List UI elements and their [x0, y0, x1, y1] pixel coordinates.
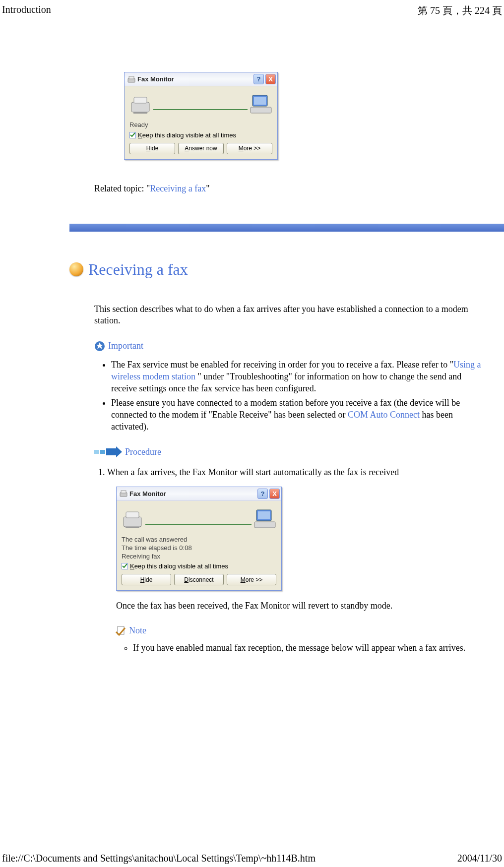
svg-rect-19 — [254, 522, 275, 528]
connection-line-icon — [153, 109, 248, 110]
dialog-titlebar: Fax Monitor ? X — [125, 72, 277, 86]
computer-icon — [253, 508, 276, 532]
procedure-label: Procedure — [125, 447, 161, 457]
connection-line-icon — [145, 524, 252, 525]
svg-rect-10 — [94, 450, 99, 454]
fax-monitor-dialog-2: Fax Monitor ? X The call was answered Th… — [116, 487, 282, 591]
fax-machine-icon — [122, 507, 145, 532]
svg-rect-16 — [126, 527, 139, 528]
bullet-item-2: Please ensure you have connected to a mo… — [111, 397, 484, 433]
help-button[interactable]: ? — [253, 74, 264, 84]
status-line-1: The call was answered — [122, 536, 276, 544]
note-label: Note — [129, 625, 146, 636]
svg-rect-14 — [124, 517, 141, 527]
dialog-titlebar: Fax Monitor ? X — [117, 487, 281, 501]
more-button[interactable]: More >> — [227, 143, 272, 154]
footer-path: file://C:\Documents and Settings\anitach… — [2, 853, 315, 864]
hide-button[interactable]: Hide — [129, 143, 175, 154]
related-prefix: Related topic: " — [94, 184, 150, 193]
checkbox-label: Keep this dialog visible at all times — [138, 131, 236, 139]
bullet-item-1: The Fax service must be enabled for rece… — [111, 359, 484, 395]
svg-rect-7 — [251, 107, 271, 113]
page-footer: file://C:\Documents and Settings\anitach… — [2, 853, 502, 864]
answer-now-button[interactable]: Answer now — [178, 143, 224, 154]
com-auto-connect-link[interactable]: COM Auto Connect — [348, 410, 420, 420]
hide-button[interactable]: Hide — [122, 574, 171, 585]
disconnect-button[interactable]: Disconnect — [174, 574, 224, 585]
svg-rect-2 — [131, 102, 149, 112]
svg-rect-13 — [121, 491, 126, 493]
close-button[interactable]: X — [265, 74, 276, 84]
content-column: Fax Monitor ? X Ready Keep this d — [94, 72, 484, 654]
footer-date: 2004/11/30 — [457, 853, 502, 864]
procedure-icon — [94, 446, 122, 457]
section-intro: This section describes what to do when a… — [94, 304, 484, 327]
note-item-1: If you have enabled manual fax reception… — [133, 642, 484, 654]
svg-rect-15 — [126, 512, 139, 518]
checkbox-label: Keep this dialog visible at all times — [130, 562, 228, 570]
dialog-title: Fax Monitor — [137, 75, 253, 83]
note-icon — [115, 625, 126, 636]
fax-app-icon — [127, 75, 135, 83]
related-link[interactable]: Receiving a fax — [150, 184, 206, 193]
header-pagination: 第 75 頁，共 224 頁 — [418, 4, 502, 17]
status-text: Ready — [129, 121, 272, 129]
after-receive-text: Once the fax has been received, the Fax … — [116, 601, 484, 611]
svg-rect-3 — [134, 97, 147, 103]
header-title: Introduction — [2, 4, 51, 17]
procedure-steps: When a fax arrives, the Fax Monitor will… — [94, 466, 484, 478]
dialog-title: Fax Monitor — [129, 490, 257, 497]
fax-app-icon — [120, 490, 127, 497]
svg-rect-11 — [100, 450, 105, 454]
more-button[interactable]: More >> — [227, 574, 276, 585]
fax-machine-icon — [129, 92, 153, 118]
svg-rect-6 — [254, 97, 266, 105]
svg-rect-18 — [258, 511, 270, 519]
computer-icon — [250, 93, 272, 118]
keep-visible-checkbox[interactable]: Keep this dialog visible at all times — [129, 131, 272, 139]
keep-visible-checkbox[interactable]: Keep this dialog visible at all times — [122, 562, 276, 570]
status-line-3: Receiving fax — [122, 553, 276, 561]
status-line-2: The time elapsed is 0:08 — [122, 544, 276, 553]
important-bullets: The Fax service must be enabled for rece… — [94, 359, 484, 433]
related-suffix: " — [206, 184, 209, 193]
fax-monitor-dialog-1: Fax Monitor ? X Ready Keep this d — [124, 72, 278, 160]
svg-rect-4 — [133, 112, 147, 114]
page-header: Introduction 第 75 頁，共 224 頁 — [0, 0, 504, 17]
sphere-icon — [69, 262, 83, 276]
important-label: Important — [108, 341, 143, 351]
step-1: When a fax arrives, the Fax Monitor will… — [107, 466, 484, 478]
related-topic: Related topic: "Receiving a fax" — [94, 184, 484, 194]
section-title: Receiving a fax — [88, 260, 188, 279]
important-icon — [94, 341, 105, 352]
close-button[interactable]: X — [269, 489, 280, 499]
note-bullets: If you have enabled manual fax reception… — [115, 642, 484, 654]
section-separator — [69, 224, 504, 236]
help-button[interactable]: ? — [257, 489, 268, 499]
svg-rect-1 — [129, 76, 134, 79]
